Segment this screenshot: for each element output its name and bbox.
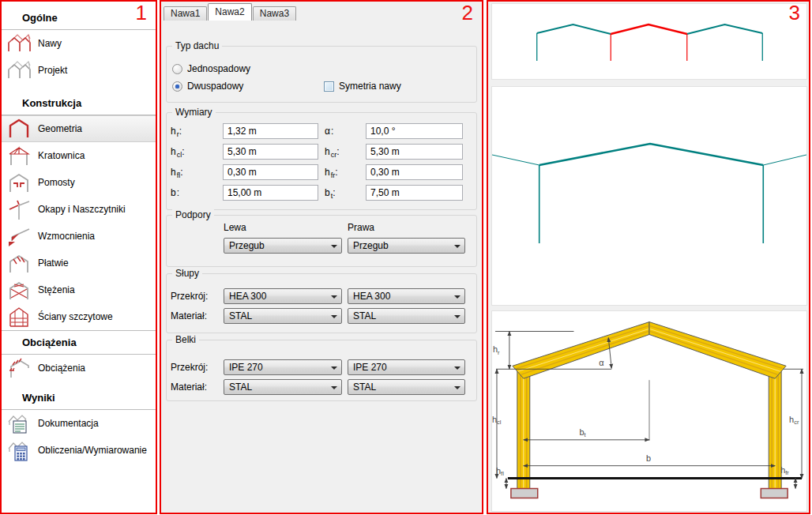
sidebar-header-ogolne: Ogólne xyxy=(2,6,156,30)
symetria-checkbox[interactable] xyxy=(324,81,334,92)
jednospadowy-radio[interactable] xyxy=(172,64,182,74)
columns-material-right-dropdown[interactable]: STAL xyxy=(348,308,465,324)
left-support-dropdown[interactable]: Przegub xyxy=(224,238,342,254)
pomosty-icon xyxy=(7,171,31,194)
sidebar-header-wyniki: Wyniki xyxy=(2,386,156,410)
dwuspadowy-radio[interactable] xyxy=(172,81,182,92)
hcl-input[interactable] xyxy=(223,144,318,160)
okapy-icon xyxy=(7,197,31,221)
bt-input[interactable] xyxy=(366,185,463,201)
hcr-dim-label: hcr xyxy=(789,415,799,426)
group-title: Typ dachu xyxy=(172,40,222,51)
hfr-input[interactable] xyxy=(366,164,463,180)
radio-row-jednospadowy: Jednospadowy xyxy=(172,63,250,74)
symetria-checkbox-row: Symetria nawy xyxy=(324,81,401,92)
sidebar-item-pomosty[interactable]: Pomosty xyxy=(2,169,156,196)
dropdown-arrow-icon xyxy=(454,245,461,248)
sidebar-item-label: Nawy xyxy=(38,38,62,49)
sidebar-item-kratownica[interactable]: Kratownica xyxy=(2,142,156,169)
sidebar-item-label: Geometria xyxy=(38,123,82,134)
section-label: Przekrój: xyxy=(171,291,208,302)
dropdown-arrow-icon xyxy=(454,386,461,389)
group-title: Belki xyxy=(172,334,199,345)
hcl-dim-label: hcl xyxy=(492,415,502,426)
bt-dim-label: bt xyxy=(579,427,586,438)
sidebar-item-stezenia[interactable]: Stężenia xyxy=(2,276,156,303)
sidebar: Ogólne Nawy Projekt Konstrukcja xyxy=(2,2,156,464)
dropdown-arrow-icon xyxy=(331,245,337,248)
sidebar-item-okapy[interactable]: Okapy i Naszczytniki xyxy=(2,196,156,223)
section-label: Przekrój: xyxy=(171,362,208,373)
wzmocnienia-icon xyxy=(7,224,31,248)
right-support-column-label: Prawa xyxy=(348,222,374,233)
tab-nawa3[interactable]: Nawa3 xyxy=(253,6,296,21)
hr-input[interactable] xyxy=(223,123,318,139)
bay-tabs: Nawa1 Nawa2 Nawa3 xyxy=(164,3,297,21)
material-label: Materiał: xyxy=(171,382,207,393)
radio-label: Jednospadowy xyxy=(187,63,250,74)
alpha-dim-label: α xyxy=(599,358,604,367)
panel-number-2: 2 xyxy=(462,2,473,23)
dimension-row: hr: α: xyxy=(167,123,476,139)
kratownica-icon xyxy=(7,144,31,167)
columns-group: Słupy Przekrój: HEA 300 HEA 300 Materiał… xyxy=(166,273,477,333)
beams-section-right-dropdown[interactable]: IPE 270 xyxy=(348,359,465,375)
form-panel: 2 Nawa1 Nawa2 Nawa3 Typ dachu Jednospado… xyxy=(160,0,483,514)
preview-panel: 3 xyxy=(487,0,810,514)
group-title: Słupy xyxy=(172,268,202,279)
hcr-input[interactable] xyxy=(366,144,463,160)
b-dim-label: b xyxy=(646,453,651,463)
beams-material-left-dropdown[interactable]: STAL xyxy=(224,379,342,395)
sidebar-item-projekt[interactable]: Projekt xyxy=(2,57,156,84)
sidebar-item-obliczenia[interactable]: Obliczenia/Wymiarowanie xyxy=(2,437,156,464)
dropdown-arrow-icon xyxy=(331,295,337,299)
columns-section-right-dropdown[interactable]: HEA 300 xyxy=(348,288,465,304)
alpha-label: α: xyxy=(325,126,333,137)
hcr-label: hcr: xyxy=(325,146,340,157)
radio-row-dwuspadowy: Dwuspadowy xyxy=(172,81,243,92)
sidebar-item-dokumentacja[interactable]: Dokumentacja xyxy=(2,410,156,437)
dokumentacja-icon xyxy=(7,412,31,435)
dropdown-arrow-icon xyxy=(454,367,461,370)
dropdown-arrow-icon xyxy=(454,295,461,299)
sidebar-item-label: Płatwie xyxy=(38,258,69,269)
left-support-column-label: Lewa xyxy=(224,222,246,233)
sidebar-item-nawy[interactable]: Nawy xyxy=(2,30,156,57)
tab-nawa1[interactable]: Nawa1 xyxy=(164,6,207,21)
sciany-icon xyxy=(7,305,31,329)
columns-material-left-dropdown[interactable]: STAL xyxy=(224,308,342,324)
sidebar-item-label: Stężenia xyxy=(38,284,75,295)
sidebar-item-obciazenia[interactable]: Obciążenia xyxy=(2,355,156,382)
sidebar-item-label: Obciążenia xyxy=(38,363,85,374)
bays-overview-drawing xyxy=(491,3,807,80)
beams-material-right-dropdown[interactable]: STAL xyxy=(348,379,465,395)
columns-section-left-dropdown[interactable]: HEA 300 xyxy=(224,288,342,304)
right-support-dropdown[interactable]: Przegub xyxy=(348,238,465,254)
dropdown-arrow-icon xyxy=(331,367,337,370)
obciazenia-icon xyxy=(7,356,31,380)
sidebar-item-platwie[interactable]: Płatwie xyxy=(2,250,156,276)
dimension-row: b: bt: xyxy=(167,185,476,201)
sidebar-item-sciany-szczytowe[interactable]: Ściany szczytowe xyxy=(2,303,156,330)
alpha-input[interactable] xyxy=(366,123,463,139)
b-label: b: xyxy=(171,187,179,198)
hfr-dim-label: hfr xyxy=(780,465,789,476)
panel-number-1: 1 xyxy=(136,2,147,23)
sidebar-panel: 1 Ogólne Nawy Projekt Konstrukcja xyxy=(0,0,157,514)
sidebar-item-label: Pomosty xyxy=(38,177,75,188)
frame-section-svg: hr α hcl hcr bt b hfl hfr xyxy=(492,311,806,511)
tab-nawa2[interactable]: Nawa2 xyxy=(208,3,251,21)
beams-section-left-dropdown[interactable]: IPE 270 xyxy=(224,359,342,375)
sidebar-item-label: Kratownica xyxy=(38,150,85,161)
sidebar-header-konstrukcja: Konstrukcja xyxy=(2,92,156,115)
sidebar-item-wzmocnienia[interactable]: Wzmocnienia xyxy=(2,223,156,250)
sidebar-item-label: Ściany szczytowe xyxy=(38,311,113,322)
hfl-input[interactable] xyxy=(223,164,318,180)
sidebar-item-geometria[interactable]: Geometria xyxy=(2,115,156,142)
dropdown-arrow-icon xyxy=(331,386,337,389)
dropdown-arrow-icon xyxy=(331,315,337,318)
group-title: Podpory xyxy=(172,209,214,220)
bays-overview-svg xyxy=(492,4,806,79)
b-input[interactable] xyxy=(223,185,318,201)
hr-dim-label: hr xyxy=(493,344,500,355)
